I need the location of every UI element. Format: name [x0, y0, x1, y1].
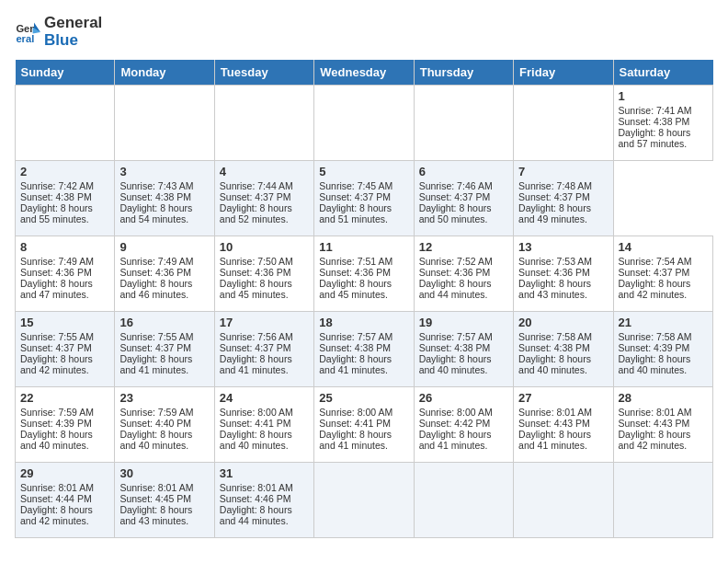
calendar-cell: 19Sunrise: 7:57 AMSunset: 4:38 PMDayligh…: [414, 312, 513, 387]
calendar-cell: 18Sunrise: 7:57 AMSunset: 4:38 PMDayligh…: [314, 312, 414, 387]
daylight-text: Daylight: 8 hours and 42 minutes.: [619, 429, 708, 451]
day-number: 23: [119, 391, 209, 405]
day-number: 30: [119, 466, 209, 480]
calendar-cell: 11Sunrise: 7:51 AMSunset: 4:36 PMDayligh…: [314, 236, 414, 312]
day-number: 13: [518, 240, 608, 254]
sunrise-text: Sunrise: 7:57 AM: [419, 331, 508, 342]
calendar-cell: 20Sunrise: 7:58 AMSunset: 4:38 PMDayligh…: [514, 312, 613, 387]
calendar-body: 1Sunrise: 7:41 AMSunset: 4:38 PMDaylight…: [16, 86, 713, 538]
calendar-cell: 8Sunrise: 7:49 AMSunset: 4:36 PMDaylight…: [16, 236, 115, 312]
sunset-text: Sunset: 4:38 PM: [20, 191, 109, 202]
calendar-cell: 29Sunrise: 8:01 AMSunset: 4:44 PMDayligh…: [16, 463, 115, 538]
sunset-text: Sunset: 4:37 PM: [619, 267, 708, 278]
calendar-cell: [214, 86, 313, 161]
calendar-cell: 31Sunrise: 8:01 AMSunset: 4:46 PMDayligh…: [214, 463, 313, 538]
calendar-cell: [414, 463, 513, 538]
day-number: 11: [319, 240, 408, 254]
sunrise-text: Sunrise: 8:01 AM: [220, 482, 309, 493]
daylight-text: Daylight: 8 hours and 54 minutes.: [119, 202, 209, 224]
sunrise-text: Sunrise: 8:00 AM: [220, 407, 309, 418]
calendar-cell: 24Sunrise: 8:00 AMSunset: 4:41 PMDayligh…: [214, 387, 313, 463]
sunset-text: Sunset: 4:39 PM: [619, 342, 708, 353]
calendar-cell: [514, 86, 613, 161]
sunset-text: Sunset: 4:38 PM: [619, 116, 708, 127]
daylight-text: Daylight: 8 hours and 41 minutes.: [319, 429, 408, 451]
day-number: 18: [319, 316, 408, 329]
daylight-text: Daylight: 8 hours and 41 minutes.: [419, 429, 508, 451]
daylight-text: Daylight: 8 hours and 44 minutes.: [419, 278, 508, 300]
sunset-text: Sunset: 4:36 PM: [119, 267, 209, 278]
calendar-cell: 14Sunrise: 7:54 AMSunset: 4:37 PMDayligh…: [613, 236, 712, 312]
calendar-week-4: 22Sunrise: 7:59 AMSunset: 4:39 PMDayligh…: [16, 387, 713, 463]
daylight-text: Daylight: 8 hours and 40 minutes.: [220, 429, 309, 451]
sunset-text: Sunset: 4:36 PM: [319, 267, 408, 278]
sunrise-text: Sunrise: 7:45 AM: [319, 180, 408, 191]
calendar-cell: 25Sunrise: 8:00 AMSunset: 4:41 PMDayligh…: [314, 387, 414, 463]
day-number: 5: [319, 165, 408, 178]
calendar-cell: 15Sunrise: 7:55 AMSunset: 4:37 PMDayligh…: [16, 312, 115, 387]
day-number: 31: [220, 466, 309, 480]
daylight-text: Daylight: 8 hours and 42 minutes.: [20, 353, 109, 375]
day-number: 17: [220, 316, 309, 329]
day-number: 15: [20, 316, 109, 329]
daylight-text: Daylight: 8 hours and 40 minutes.: [518, 353, 608, 375]
sunset-text: Sunset: 4:36 PM: [220, 267, 309, 278]
sunrise-text: Sunrise: 8:01 AM: [20, 482, 109, 493]
daylight-text: Daylight: 8 hours and 49 minutes.: [518, 202, 608, 224]
sunrise-text: Sunrise: 7:55 AM: [20, 331, 109, 342]
calendar-cell: 10Sunrise: 7:50 AMSunset: 4:36 PMDayligh…: [214, 236, 313, 312]
daylight-text: Daylight: 8 hours and 43 minutes.: [119, 504, 209, 526]
sunrise-text: Sunrise: 7:42 AM: [20, 180, 109, 191]
daylight-text: Daylight: 8 hours and 41 minutes.: [220, 353, 309, 375]
day-number: 14: [619, 240, 708, 254]
sunset-text: Sunset: 4:37 PM: [319, 191, 408, 202]
daylight-text: Daylight: 8 hours and 43 minutes.: [518, 278, 608, 300]
sunset-text: Sunset: 4:36 PM: [20, 267, 109, 278]
calendar-cell: [514, 463, 613, 538]
calendar-cell: 7Sunrise: 7:48 AMSunset: 4:37 PMDaylight…: [514, 161, 613, 236]
daylight-text: Daylight: 8 hours and 47 minutes.: [20, 278, 109, 300]
calendar-cell: 21Sunrise: 7:58 AMSunset: 4:39 PMDayligh…: [613, 312, 712, 387]
sunset-text: Sunset: 4:36 PM: [419, 267, 508, 278]
sunrise-text: Sunrise: 8:00 AM: [419, 407, 508, 418]
calendar-week-0: 1Sunrise: 7:41 AMSunset: 4:38 PMDaylight…: [16, 86, 713, 161]
sunrise-text: Sunrise: 8:01 AM: [518, 407, 608, 418]
day-number: 24: [220, 391, 309, 405]
sunrise-text: Sunrise: 7:59 AM: [119, 407, 209, 418]
calendar-cell: [414, 86, 513, 161]
calendar-cell: [314, 463, 414, 538]
sunrise-text: Sunrise: 7:53 AM: [518, 256, 608, 267]
day-number: 22: [20, 391, 109, 405]
day-number: 21: [619, 316, 708, 329]
calendar-cell: 2Sunrise: 7:42 AMSunset: 4:38 PMDaylight…: [16, 161, 115, 236]
calendar-cell: 30Sunrise: 8:01 AMSunset: 4:45 PMDayligh…: [115, 463, 214, 538]
sunset-text: Sunset: 4:38 PM: [419, 342, 508, 353]
calendar-cell: [115, 86, 214, 161]
daylight-text: Daylight: 8 hours and 42 minutes.: [20, 504, 109, 526]
day-number: 1: [619, 89, 708, 103]
calendar-cell: 3Sunrise: 7:43 AMSunset: 4:38 PMDaylight…: [115, 161, 214, 236]
sunrise-text: Sunrise: 7:55 AM: [119, 331, 209, 342]
column-header-monday: Monday: [115, 60, 214, 86]
sunrise-text: Sunrise: 7:58 AM: [619, 331, 708, 342]
svg-text:eral: eral: [16, 33, 34, 44]
day-number: 2: [20, 165, 109, 178]
day-number: 19: [419, 316, 508, 329]
daylight-text: Daylight: 8 hours and 45 minutes.: [319, 278, 408, 300]
day-number: 8: [20, 240, 109, 254]
day-number: 9: [119, 240, 209, 254]
calendar-week-1: 2Sunrise: 7:42 AMSunset: 4:38 PMDaylight…: [16, 161, 713, 236]
calendar-table: SundayMondayTuesdayWednesdayThursdayFrid…: [15, 60, 713, 538]
day-number: 27: [518, 391, 608, 405]
calendar-cell: 17Sunrise: 7:56 AMSunset: 4:37 PMDayligh…: [214, 312, 313, 387]
day-number: 4: [220, 165, 309, 178]
calendar-header-row: SundayMondayTuesdayWednesdayThursdayFrid…: [16, 60, 713, 86]
daylight-text: Daylight: 8 hours and 40 minutes.: [419, 353, 508, 375]
sunset-text: Sunset: 4:38 PM: [518, 342, 608, 353]
daylight-text: Daylight: 8 hours and 40 minutes.: [119, 429, 209, 451]
sunset-text: Sunset: 4:37 PM: [20, 342, 109, 353]
calendar-cell: 1Sunrise: 7:41 AMSunset: 4:38 PMDaylight…: [613, 86, 712, 161]
column-header-sunday: Sunday: [16, 60, 115, 86]
sunrise-text: Sunrise: 7:48 AM: [518, 180, 608, 191]
sunset-text: Sunset: 4:46 PM: [220, 493, 309, 504]
